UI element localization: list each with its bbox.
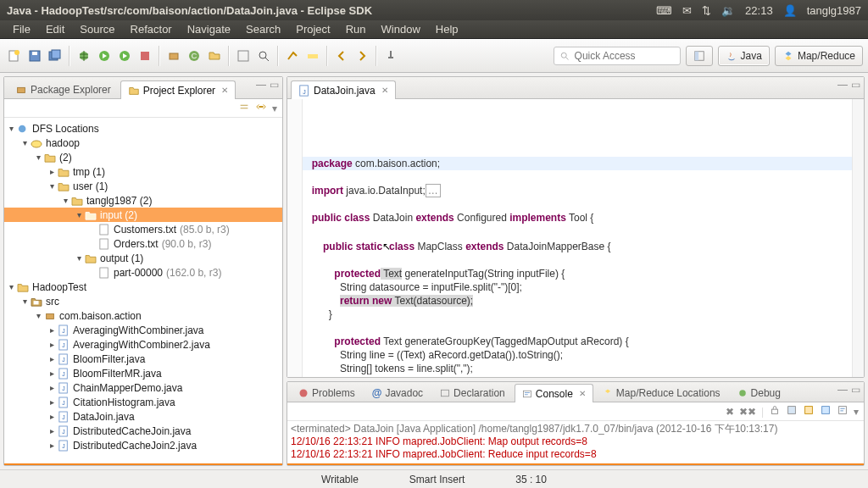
- ext-tools-button[interactable]: [136, 47, 154, 65]
- tree-dfs[interactable]: ▾DFS Locations: [4, 121, 282, 136]
- open-console-icon[interactable]: [837, 404, 849, 419]
- tree-f1[interactable]: ▸JAveragingWithCombiner.java: [4, 323, 282, 337]
- tab-project-explorer[interactable]: Project Explorer ✕: [120, 80, 236, 99]
- new-class-button[interactable]: C: [185, 47, 203, 65]
- view-menu-icon[interactable]: ▾: [272, 103, 277, 114]
- maximize-icon[interactable]: ▭: [851, 79, 860, 91]
- menu-search[interactable]: Search: [238, 21, 288, 37]
- tree-f3[interactable]: ▸JBloomFilter.java: [4, 352, 282, 366]
- close-icon[interactable]: ✕: [221, 86, 228, 95]
- tree-hadooptest[interactable]: ▾HadoopTest: [4, 280, 282, 294]
- svg-rect-51: [772, 409, 778, 413]
- mail-icon[interactable]: ✉: [682, 4, 692, 17]
- menu-source[interactable]: Source: [72, 21, 122, 37]
- tree-f6[interactable]: ▸JCitationHistogram.java: [4, 395, 282, 409]
- tree-tmp[interactable]: ▸tmp (1): [4, 164, 282, 179]
- tree-output[interactable]: ▾output (1): [4, 251, 282, 265]
- menu-help[interactable]: Help: [428, 21, 466, 37]
- user-name[interactable]: tanglg1987: [807, 4, 861, 17]
- minimize-icon[interactable]: —: [837, 79, 848, 91]
- display-console-icon[interactable]: [820, 404, 832, 419]
- tree-part[interactable]: part-00000(162.0 b, r3): [4, 265, 282, 280]
- tab-console[interactable]: Console✕: [515, 384, 593, 402]
- forward-button[interactable]: [353, 47, 371, 65]
- perspective-java[interactable]: Java: [718, 46, 770, 66]
- tab-declaration[interactable]: Declaration: [432, 383, 513, 402]
- tree-f7[interactable]: ▸JDataJoin.java: [4, 409, 282, 424]
- tree-hadoop[interactable]: ▾hadoop: [4, 136, 282, 150]
- menu-project[interactable]: Project: [288, 21, 337, 37]
- tab-problems[interactable]: Problems: [291, 383, 363, 402]
- tree-pkg[interactable]: ▾com.baison.action: [4, 308, 282, 323]
- tree-f8[interactable]: ▸JDistributedCacheJoin.java: [4, 424, 282, 438]
- menu-file[interactable]: File: [5, 21, 38, 37]
- tree-f9[interactable]: ▸JDistributedCacheJoin2.java: [4, 438, 282, 452]
- tab-mrlocations[interactable]: Map/Reduce Locations: [595, 383, 728, 402]
- save-all-button[interactable]: [46, 47, 64, 65]
- tab-package-explorer[interactable]: Package Explorer: [8, 80, 119, 98]
- project-tree[interactable]: ▾DFS Locations ▾hadoop ▾(2) ▸tmp (1) ▾us…: [4, 118, 282, 464]
- tree-f4[interactable]: ▸JBloomFilterMR.java: [4, 366, 282, 380]
- search-icon: [559, 51, 570, 61]
- maximize-icon[interactable]: ▭: [851, 384, 860, 396]
- overview-ruler[interactable]: [852, 99, 864, 377]
- volume-icon[interactable]: 🔉: [721, 4, 735, 17]
- save-button[interactable]: [25, 47, 44, 65]
- editor-marker-bar[interactable]: [287, 99, 303, 377]
- new-console-icon[interactable]: ▾: [854, 406, 859, 418]
- new-button[interactable]: [5, 47, 24, 65]
- run-last-button[interactable]: [115, 47, 134, 65]
- remove-launch-icon[interactable]: ✖: [726, 406, 734, 418]
- close-icon[interactable]: ✕: [579, 389, 586, 398]
- pin-console-icon[interactable]: [803, 404, 815, 419]
- editor-tab-datajoin[interactable]: J DataJoin.java ✕: [291, 80, 396, 99]
- minimize-icon[interactable]: —: [837, 384, 848, 396]
- collapse-all-icon[interactable]: [238, 101, 250, 115]
- menu-navigate[interactable]: Navigate: [180, 21, 238, 37]
- scroll-lock-icon[interactable]: [769, 404, 781, 419]
- toggle-mark-button[interactable]: [283, 47, 302, 65]
- debug-button[interactable]: [75, 47, 93, 65]
- new-folder-button[interactable]: [205, 47, 224, 65]
- tree-src[interactable]: ▾src: [4, 294, 282, 308]
- tree-orders[interactable]: Orders.txt(90.0 b, r3): [4, 236, 282, 251]
- tree-customers[interactable]: Customers.txt(85.0 b, r3): [4, 222, 282, 236]
- remove-all-icon[interactable]: ✖✖: [739, 406, 756, 418]
- tree-user[interactable]: ▾user (1): [4, 179, 282, 193]
- open-perspective-button[interactable]: [686, 46, 713, 66]
- quick-access[interactable]: [554, 47, 681, 65]
- tab-debug[interactable]: Debug: [730, 383, 788, 402]
- svg-text:J: J: [62, 371, 64, 377]
- tab-javadoc[interactable]: @Javadoc: [364, 383, 431, 402]
- minimize-icon[interactable]: —: [256, 79, 266, 91]
- pin-button[interactable]: [381, 47, 400, 65]
- clear-console-icon[interactable]: [786, 404, 798, 419]
- menu-window[interactable]: Window: [374, 21, 428, 37]
- highlight-button[interactable]: [303, 47, 322, 65]
- perspective-mapreduce[interactable]: Map/Reduce: [775, 46, 863, 66]
- console-body[interactable]: <terminated> DataJoin [Java Application]…: [287, 421, 864, 464]
- network-icon[interactable]: ⇅: [702, 4, 711, 17]
- menu-refactor[interactable]: Refactor: [123, 21, 180, 37]
- tree-tanglg[interactable]: ▾tanglg1987 (2): [4, 193, 282, 208]
- svg-text:J: J: [62, 400, 64, 406]
- maximize-icon[interactable]: ▭: [270, 79, 279, 91]
- user-icon: 👤: [783, 4, 797, 17]
- quick-access-input[interactable]: [575, 50, 659, 62]
- close-icon[interactable]: ✕: [381, 86, 388, 95]
- search-button[interactable]: [254, 47, 273, 65]
- link-editor-icon[interactable]: [255, 101, 267, 115]
- code-editor[interactable]: package com.baison.action; import java.i…: [303, 99, 852, 377]
- clock[interactable]: 22:13: [745, 4, 773, 17]
- menu-run[interactable]: Run: [338, 21, 374, 37]
- tree-p2[interactable]: ▾(2): [4, 150, 282, 164]
- run-button[interactable]: [95, 47, 114, 65]
- keyboard-icon[interactable]: ⌨: [656, 4, 672, 17]
- menu-edit[interactable]: Edit: [38, 21, 72, 37]
- tree-f2[interactable]: ▸JAveragingWithCombiner2.java: [4, 337, 282, 352]
- tree-input[interactable]: ▾input (2): [4, 208, 282, 222]
- tree-f5[interactable]: ▸JChainMapperDemo.java: [4, 380, 282, 395]
- new-package-button[interactable]: [164, 47, 183, 65]
- open-type-button[interactable]: [234, 47, 253, 65]
- back-button[interactable]: [332, 47, 351, 65]
